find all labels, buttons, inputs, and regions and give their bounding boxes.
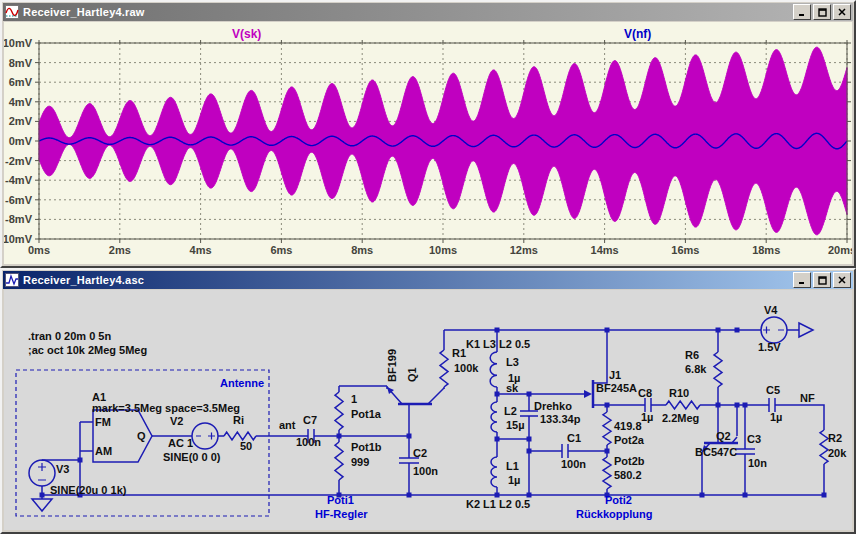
schematic-titlebar[interactable]: Receiver_Hartley4.asc [3,271,853,289]
schematic-text-value-q1[interactable]: BF199 [386,349,398,382]
schematic-text-comment-hf-regler[interactable]: HF-Regler [315,508,368,520]
capacitor-c8[interactable] [645,398,651,412]
schematic-text-value-c5[interactable]: 1µ [770,411,782,423]
minimize-button[interactable] [793,4,811,20]
schematic-text-value-a1[interactable]: mark=3.5Meg space=3.5Meg [92,402,240,414]
schematic-text-label-pot2b[interactable]: Pot2b [614,455,645,467]
maximize-button[interactable] [813,4,831,20]
schematic-text-label-r10[interactable]: R10 [669,387,689,399]
inductor-l3[interactable] [490,352,497,387]
maximize-button[interactable] [813,272,831,288]
resistor-pot1b[interactable] [335,442,343,480]
resistor-ri[interactable] [224,432,256,440]
schematic-text-label-c5[interactable]: C5 [766,384,780,396]
schematic-text-value-r1[interactable]: 100k [454,362,479,374]
schematic-text-label-c1[interactable]: C1 [567,432,581,444]
schematic-text-label-l3[interactable]: L3 [506,356,519,368]
schematic-text-value-pot1b[interactable]: 999 [351,456,369,468]
schematic-text-label-r6[interactable]: R6 [685,349,699,361]
schematic-text-value-pot2b[interactable]: 580.2 [614,469,642,481]
schematic-text-pin-am[interactable]: AM [95,445,112,457]
resistor-r6[interactable] [714,352,722,387]
voltage-source-v3[interactable] [29,460,55,486]
schematic-text-value-j1[interactable]: BF245A [596,382,637,394]
schematic-text-label-pot2a[interactable]: Pot2a [614,434,645,446]
schematic-text-label-l1[interactable]: L1 [506,460,519,472]
schematic-text-pin-fm[interactable]: FM [95,416,111,428]
transistor-q1[interactable] [387,387,444,404]
schematic-text-label-ri[interactable]: Ri [233,414,244,426]
schematic-text-value-l2[interactable]: 15µ [506,419,525,431]
schematic-text-comment-poti1[interactable]: Poti1 [327,494,354,506]
schematic-text-value-v2-sine[interactable]: SINE(0 0 0) [163,451,221,463]
waveform-titlebar[interactable]: Receiver_Hartley4.raw [3,3,853,21]
schematic-text-netlabel-nf[interactable]: NF [800,392,815,404]
schematic-text-value-pot1a[interactable]: 1 [351,393,357,405]
waveform-plot[interactable]: 10mV8mV6mV4mV2mV0mV-2mV-4mV-6mV-8mV-10mV… [4,22,852,264]
schematic-text-pin-q[interactable]: Q [137,430,146,442]
resistor-r2[interactable] [820,430,828,464]
capacitor-c1[interactable] [562,444,568,458]
schematic-text-value-c3[interactable]: 10n [748,457,767,469]
schematic-text-value-v3[interactable]: SINE(20u 0 1k) [50,484,127,496]
resistor-r10[interactable] [666,401,700,409]
legend-vnf[interactable]: V(nf) [624,27,651,41]
voltage-source-v4[interactable] [761,317,787,343]
schematic-text-comment-rueckkopplung[interactable]: Rückkopplung [576,508,652,520]
resistor-r1[interactable] [440,350,448,387]
minimize-button[interactable] [793,272,811,288]
ground-symbol[interactable] [32,499,52,511]
schematic-text-value-l1[interactable]: 1µ [508,474,520,486]
schematic-text-value-pot2a[interactable]: 419.8 [614,420,642,432]
schematic-text-label-r2[interactable]: R2 [828,432,842,444]
resistor-pot2b[interactable] [603,457,611,489]
schematic-text-label-r1[interactable]: R1 [452,347,466,359]
schematic-text-value-drehko[interactable]: 133.34p [540,413,581,425]
capacitor-c3[interactable] [735,449,755,454]
close-button[interactable] [833,4,851,20]
schematic-text-label-c2[interactable]: C2 [413,447,427,459]
schematic-text-comment-poti2[interactable]: Poti2 [605,494,632,506]
waveform-plot-area[interactable]: 10mV8mV6mV4mV2mV0mV-2mV-4mV-6mV-8mV-10mV… [4,22,852,264]
schematic-text-label-q1[interactable]: Q1 [406,367,418,382]
schematic-text-value-c1[interactable]: 100n [561,458,586,470]
inductor-l2[interactable] [491,402,497,432]
resistor-pot1a[interactable] [335,392,343,430]
schematic-text-value-r2[interactable]: 20k [828,447,847,459]
legend-vsk[interactable]: V(sk) [232,27,261,41]
schematic-text-comment-antenne[interactable]: Antenne [220,377,264,389]
jfet-j1[interactable] [584,380,593,408]
schematic-canvas[interactable]: .tran 0 20m 0 5n;ac oct 10k 2Meg 5MegAnt… [4,290,852,530]
schematic-text-value-c2[interactable]: 100n [413,465,438,477]
schematic-text-label-c3[interactable]: C3 [747,433,761,445]
voltage-source-v2[interactable] [192,423,218,449]
schematic-text-value-r6[interactable]: 6.8k [685,363,707,375]
schematic-text-label-c7[interactable]: C7 [303,414,317,426]
schematic-text-label-l2[interactable]: L2 [504,405,517,417]
schematic-text-directive-k2[interactable]: K2 L1 L2 0.5 [466,498,530,510]
schematic-text-label-drehko[interactable]: Drehko [534,400,572,412]
schematic-text-directive-ac[interactable]: ;ac oct 10k 2Meg 5Meg [28,344,147,356]
capacitor-c5[interactable] [769,398,775,412]
schematic-text-netlabel-sk[interactable]: sk [506,382,519,394]
close-button[interactable] [833,272,851,288]
port-arrow[interactable] [799,323,813,337]
schematic-drawing[interactable]: .tran 0 20m 0 5n;ac oct 10k 2Meg 5MegAnt… [4,290,852,530]
schematic-text-value-ri[interactable]: 50 [240,440,252,452]
schematic-text-label-c8[interactable]: C8 [638,387,652,399]
inductor-l1[interactable] [491,457,497,487]
schematic-text-label-pot1b[interactable]: Pot1b [351,441,382,453]
schematic-text-value-q2[interactable]: BC547C [695,446,737,458]
schematic-text-directive-k1[interactable]: K1 L3 L2 0.5 [466,338,530,350]
schematic-text-netlabel-ant[interactable]: ant [279,419,296,431]
schematic-text-value-c7[interactable]: 100n [296,436,321,448]
schematic-text-label-q2[interactable]: Q2 [716,430,731,442]
schematic-text-value-r10[interactable]: 2.2Meg [662,412,699,424]
resistor-pot2a[interactable] [603,412,611,445]
schematic-text-directive-tran[interactable]: .tran 0 20m 0 5n [28,330,111,342]
schematic-text-label-v4[interactable]: V4 [764,304,778,316]
schematic-text-label-j1[interactable]: J1 [609,369,621,381]
schematic-text-value-v4[interactable]: 1.5V [758,341,781,353]
schematic-text-value-v2-ac[interactable]: AC 1 [168,437,193,449]
schematic-text-label-v2[interactable]: V2 [170,415,183,427]
